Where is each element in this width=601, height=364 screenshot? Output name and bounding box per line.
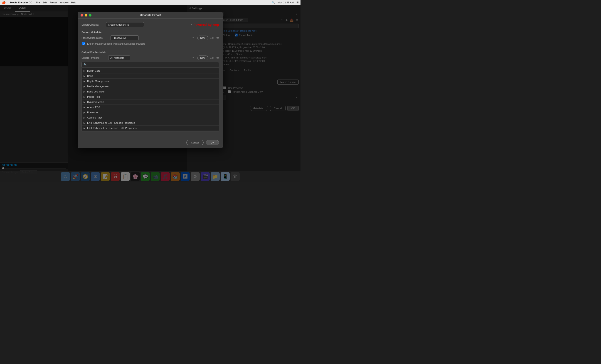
tree-item-label: EXIF Schema For Extended EXIF Properties	[87, 127, 137, 129]
export-speech-row: Export Master Speech Track and Sequence …	[81, 42, 219, 45]
menu-right: 🔍 Mon 11:45 AM ☰	[272, 1, 299, 4]
expand-icon: ▶	[83, 75, 85, 77]
delete-preservation-button[interactable]: 🗑	[216, 36, 219, 40]
modal-overlay: Metadata Export Export Options: Create S…	[0, 5, 300, 182]
expand-icon: ▶	[83, 90, 85, 93]
tree-item-label: Rights Management	[87, 80, 110, 83]
xmp-text: xmp	[212, 23, 219, 27]
tree-item-basic[interactable]: ▶ Basic	[82, 73, 219, 79]
tree-item-label: Camera Raw	[87, 116, 102, 119]
new-preservation-button[interactable]: New	[197, 36, 208, 40]
preservation-label: Preservation Rules:	[81, 37, 109, 39]
menu-preset[interactable]: Preset	[50, 1, 57, 4]
delete-template-button[interactable]: 🗑	[216, 56, 219, 60]
expand-icon: ▶	[83, 96, 85, 98]
app-container: Source Output Source Scaling: Scale To F…	[0, 5, 300, 182]
tree-item-media-management[interactable]: ▶ Media Management	[82, 84, 219, 89]
expand-icon: ▶	[83, 101, 85, 103]
maximize-window-button[interactable]	[89, 14, 91, 17]
preservation-select-wrapper: Preserve All Preserve Selected	[110, 35, 195, 40]
close-window-button[interactable]	[80, 14, 83, 17]
minimize-window-button[interactable]	[85, 14, 87, 17]
preservation-row: Preservation Rules: Preserve All Preserv…	[81, 35, 219, 40]
modal-body: Export Options: Create Sidecar File Embe…	[78, 19, 223, 137]
export-options-select[interactable]: Create Sidecar File Embed and Create Sid…	[106, 22, 144, 27]
export-options-select-wrapper: Create Sidecar File Embed and Create Sid…	[106, 22, 193, 27]
tree-item-label: Basic Job Ticket	[87, 90, 105, 93]
traffic-lights	[80, 14, 91, 17]
tree-item-exif-extended[interactable]: ▶ EXIF Schema For Extended EXIF Properti…	[82, 125, 219, 131]
modal-titlebar: Metadata Export	[78, 12, 223, 19]
modal-cancel-button[interactable]: Cancel	[186, 140, 204, 145]
template-select-wrapper: All Metadata Custom	[108, 55, 195, 60]
modal-ok-button[interactable]: OK	[206, 140, 219, 145]
expand-icon: ▶	[83, 127, 85, 129]
tree-item-label: Media Management	[87, 85, 109, 88]
template-select[interactable]: All Metadata Custom	[108, 55, 130, 60]
menu-help[interactable]: Help	[71, 1, 77, 4]
export-options-row: Export Options: Create Sidecar File Embe…	[81, 22, 219, 27]
metadata-tree: ▶ Dublin Core ▶ Basic ▶ Rights Managemen…	[81, 68, 219, 132]
template-row: Export Template: All Metadata Custom New…	[81, 55, 219, 60]
menu-search-icon[interactable]: 🔍	[272, 1, 275, 4]
tree-item-basic-job-ticket[interactable]: ▶ Basic Job Ticket	[82, 89, 219, 94]
export-options-label: Export Options:	[81, 23, 104, 26]
modal-footer: Cancel OK	[78, 137, 223, 148]
export-speech-checkbox[interactable]	[82, 42, 85, 45]
tree-item-adobe-pdf[interactable]: ▶ Adobe PDF	[82, 105, 219, 110]
tree-item-label: Paged-Text	[87, 96, 100, 98]
expand-icon: ▶	[83, 111, 85, 114]
new-template-button[interactable]: New	[197, 56, 208, 60]
apple-menu[interactable]: 🍎	[2, 1, 6, 4]
menu-bar: 🍎 Media Encoder CC File Edit Preset Wind…	[0, 0, 300, 5]
template-label: Export Template:	[81, 57, 106, 59]
tree-item-exif-specific[interactable]: ▶ EXIF Schema For EXIF-Specific Properti…	[82, 120, 219, 125]
output-file-section: Output File Metadata Export Template: Al…	[81, 48, 219, 132]
expand-icon: ▶	[83, 122, 85, 124]
menu-time: Mon 11:45 AM	[278, 1, 294, 4]
output-file-title: Output File Metadata	[81, 51, 219, 54]
tree-item-exif-tiff[interactable]: ▶ EXIF Schema For TIFF Properties	[82, 131, 219, 132]
modal-title: Metadata Export	[140, 14, 161, 17]
tree-item-dublin-core[interactable]: ▶ Dublin Core	[82, 68, 219, 73]
xmp-logo: Powered By xmp	[193, 23, 219, 27]
edit-template-button[interactable]: Edit	[210, 57, 214, 59]
tree-item-paged-text[interactable]: ▶ Paged-Text	[82, 94, 219, 99]
source-metadata-title: Source Metadata	[81, 31, 219, 34]
edit-preservation-button[interactable]: Edit	[210, 37, 214, 39]
tree-item-dynamic-media[interactable]: ▶ Dynamic Media	[82, 99, 219, 105]
expand-icon: ▶	[83, 70, 85, 72]
expand-icon: ▶	[83, 116, 85, 119]
export-speech-label: Export Master Speech Track and Sequence …	[87, 42, 145, 45]
menu-items: File Edit Preset Window Help	[36, 1, 76, 4]
powered-by-text: Powered By	[193, 23, 212, 27]
tree-item-camera-raw[interactable]: ▶ Camera Raw	[82, 115, 219, 120]
menu-file[interactable]: File	[36, 1, 40, 4]
expand-icon: ▶	[83, 80, 85, 83]
tree-item-label: EXIF Schema For EXIF-Specific Properties	[87, 122, 135, 124]
tree-item-photoshop[interactable]: ▶ Photoshop	[82, 110, 219, 115]
menu-window[interactable]: Window	[60, 1, 69, 4]
tree-item-label: Basic	[87, 75, 93, 77]
menu-list-icon[interactable]: ☰	[296, 1, 299, 4]
metadata-modal: Metadata Export Export Options: Create S…	[78, 12, 223, 148]
expand-icon: ▶	[83, 106, 85, 109]
expand-icon: ▶	[83, 85, 85, 88]
menu-edit[interactable]: Edit	[43, 1, 47, 4]
app-name: Media Encoder CC	[10, 1, 32, 4]
metadata-search-input[interactable]	[81, 62, 219, 67]
tree-item-label: Adobe PDF	[87, 106, 100, 109]
tree-item-label: Photoshop	[87, 111, 99, 114]
tree-item-rights-management[interactable]: ▶ Rights Management	[82, 79, 219, 84]
preservation-select[interactable]: Preserve All Preserve Selected	[110, 35, 139, 40]
tree-item-label: Dublin Core	[87, 69, 100, 72]
tree-item-label: Dynamic Media	[87, 101, 104, 103]
